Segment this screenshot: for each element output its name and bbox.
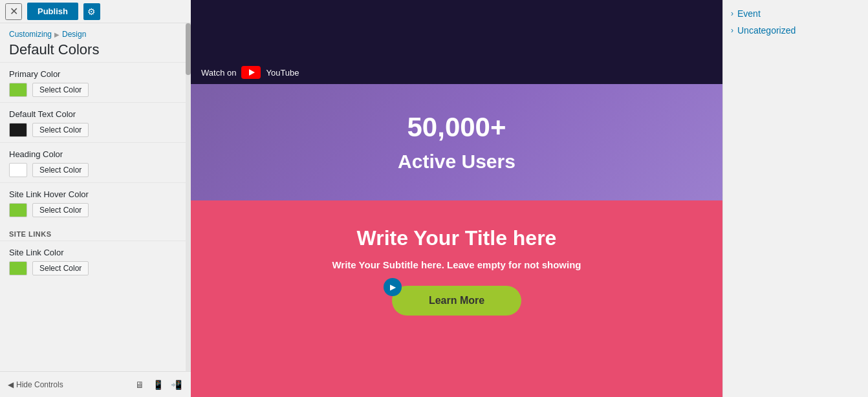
primary-select-color-button[interactable]: Select Color — [32, 83, 89, 97]
primary-color-row: Select Color — [9, 83, 182, 97]
youtube-play-icon — [249, 69, 255, 76]
panel-content: Customizing ▶ Design Default Colors Prim… — [0, 23, 191, 371]
site-link-hover-color-row: Select Color — [9, 203, 182, 217]
default-text-color-section: Default Text Color Select Color — [0, 102, 191, 142]
site-link-color-row: Select Color — [9, 261, 182, 275]
mobile-view-icon[interactable]: 📲 — [169, 378, 183, 392]
right-link-uncategorized[interactable]: Uncategorized — [737, 25, 796, 36]
stats-number: 50,000+ — [407, 112, 506, 143]
chevron-right-uncategorized-icon: › — [731, 26, 733, 35]
site-link-hover-color-section: Site Link Hover Color Select Color — [0, 182, 191, 222]
default-text-color-label: Default Text Color — [9, 109, 182, 119]
close-button[interactable]: ✕ — [5, 3, 22, 20]
primary-color-swatch[interactable] — [9, 83, 27, 97]
watch-on-text: Watch on — [201, 68, 236, 78]
cta-subtitle: Write Your Subtitle here. Leave empty fo… — [332, 259, 581, 270]
gear-button[interactable]: ⚙ — [83, 3, 100, 20]
breadcrumb-customizing[interactable]: Customizing — [9, 30, 52, 39]
video-section: Watch on YouTube — [191, 0, 722, 84]
scroll-thumb[interactable] — [186, 23, 191, 75]
heading-select-color-button[interactable]: Select Color — [32, 163, 89, 177]
right-panel-item-uncategorized: › Uncategorized — [731, 22, 860, 39]
page-title: Default Colors — [9, 41, 182, 58]
chevron-right-event-icon: › — [731, 9, 733, 18]
view-icons: 🖥 📱 📲 — [133, 378, 183, 392]
heading-color-swatch[interactable] — [9, 163, 27, 177]
site-link-select-color-button[interactable]: Select Color — [32, 261, 89, 275]
site-link-hover-color-label: Site Link Hover Color — [9, 189, 182, 199]
tablet-view-icon[interactable]: 📱 — [151, 378, 165, 392]
breadcrumb-design[interactable]: Design — [62, 30, 86, 39]
bottom-bar: ◀ Hide Controls 🖥 📱 📲 — [0, 371, 191, 397]
left-panel: ✕ Publish ⚙ Customizing ▶ Design Default… — [0, 0, 191, 397]
right-panel-item-event: › Event — [731, 5, 860, 22]
default-text-color-row: Select Color — [9, 123, 182, 137]
heading-color-section: Heading Color Select Color — [0, 142, 191, 182]
default-text-select-color-button[interactable]: Select Color — [32, 123, 89, 137]
right-panel: › Event › Uncategorized — [722, 0, 868, 397]
stats-section: 50,000+ Active Users — [191, 84, 722, 200]
breadcrumb-separator: ▶ — [54, 31, 60, 38]
back-icon: ◀ — [8, 380, 14, 389]
hide-controls-button[interactable]: ◀ Hide Controls — [8, 380, 63, 389]
primary-color-label: Primary Color — [9, 69, 182, 79]
scroll-track — [186, 23, 191, 371]
desktop-view-icon[interactable]: 🖥 — [133, 378, 147, 392]
youtube-text: YouTube — [266, 68, 299, 78]
site-link-hover-color-swatch[interactable] — [9, 203, 27, 217]
stats-label: Active Users — [398, 151, 515, 173]
right-link-event[interactable]: Event — [737, 8, 761, 19]
heading-color-label: Heading Color — [9, 149, 182, 159]
hide-controls-label: Hide Controls — [16, 380, 63, 389]
main-content: Watch on YouTube 50,000+ Active Users Wr… — [191, 0, 722, 397]
youtube-badge: Watch on YouTube — [201, 66, 299, 79]
learn-more-button[interactable]: Learn More — [392, 286, 521, 316]
site-links-heading: SITE LINKS — [0, 222, 191, 241]
breadcrumb-section: Customizing ▶ Design Default Colors — [0, 23, 191, 62]
youtube-icon — [241, 66, 261, 79]
cta-title: Write Your Title here — [357, 226, 557, 250]
circle-nav-button[interactable]: ▶ — [384, 278, 402, 296]
heading-color-row: Select Color — [9, 163, 182, 177]
site-link-color-section: Site Link Color Select Color — [0, 241, 191, 281]
site-link-color-swatch[interactable] — [9, 261, 27, 275]
top-bar: ✕ Publish ⚙ — [0, 0, 191, 23]
publish-button[interactable]: Publish — [27, 3, 78, 20]
site-link-color-label: Site Link Color — [9, 248, 182, 257]
cta-section: Write Your Title here Write Your Subtitl… — [191, 200, 722, 397]
content-wrapper: ▶ Watch on YouTube 50,000+ Active Users … — [191, 0, 868, 397]
default-text-color-swatch[interactable] — [9, 123, 27, 137]
primary-color-section: Primary Color Select Color — [0, 62, 191, 102]
breadcrumb: Customizing ▶ Design — [9, 30, 182, 39]
site-link-hover-select-color-button[interactable]: Select Color — [32, 203, 89, 217]
